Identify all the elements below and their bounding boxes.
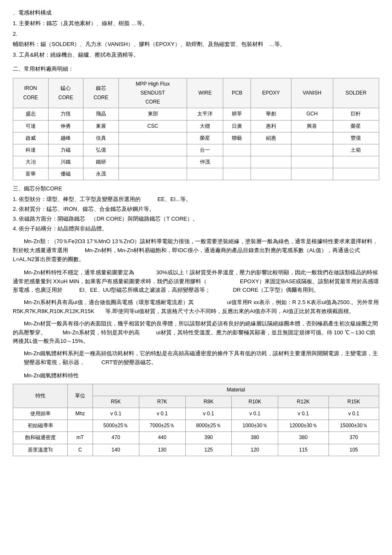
mn-zn-para5: Mn-Zn鐵氧體材料系列是一種高頻低功耗材料，它的特點是在高頻高磁通密度的條件下… bbox=[24, 349, 379, 367]
props-unit: C bbox=[68, 444, 93, 456]
intro-line1: 、電感材料構成 bbox=[13, 9, 379, 17]
props-label: 初始磁導率 bbox=[13, 420, 68, 432]
table-cell: 鐵研 bbox=[84, 156, 119, 168]
props-table-title: Mn-Zn鐵氧體材料特性 bbox=[24, 371, 379, 380]
col-header-epoxy: EPOXY bbox=[251, 78, 291, 108]
table-cell: 優磁 bbox=[48, 168, 84, 180]
col-header-iron-core: IRONCORE bbox=[13, 78, 49, 108]
col-header-wire: WIRE bbox=[187, 78, 223, 108]
table-cell bbox=[251, 168, 291, 180]
table-cell: 惠利 bbox=[251, 120, 291, 132]
props-row: 初始磁導率5000±25％7000±25％8000±25％1000±30％120… bbox=[13, 420, 379, 432]
table-cell: 力恆 bbox=[48, 108, 84, 120]
props-value: 5000±25％ bbox=[92, 420, 139, 432]
table-cell bbox=[251, 144, 291, 156]
props-value: 12000±30％ bbox=[278, 420, 329, 432]
mn-zn-para2: Mn-Zn材料特性不穩定，通常感量範圍要定為 30%或以上！該材質受外界溫度，壓… bbox=[13, 268, 379, 295]
props-value: 130 bbox=[139, 444, 185, 456]
props-value: v 0.1 bbox=[92, 408, 139, 420]
props-value: 140 bbox=[92, 444, 139, 456]
col-header-vanish: VANISH bbox=[291, 78, 333, 108]
table-cell: GCH bbox=[291, 108, 333, 120]
props-sub-header: R8K bbox=[185, 396, 232, 408]
table-cell: 川鐵 bbox=[48, 156, 84, 168]
table-cell bbox=[333, 168, 379, 180]
props-col-unit: 單位 bbox=[68, 384, 93, 408]
props-sub-header: R10K bbox=[232, 396, 278, 408]
props-value: 125 bbox=[185, 444, 232, 456]
table-cell: 聯藝 bbox=[223, 132, 251, 144]
col-header-pcb: PCB bbox=[223, 78, 251, 108]
table-cell: 力磁 bbox=[48, 144, 84, 156]
props-label: 飽和磁通密度 bbox=[13, 432, 68, 444]
table-cell bbox=[187, 168, 223, 180]
props-value: 115 bbox=[278, 444, 329, 456]
props-value: v 0.1 bbox=[329, 408, 379, 420]
props-value: v 0.1 bbox=[139, 408, 185, 420]
auxiliary-materials: 輔助材料：錫（SOLDER）、凡力水（VANISH）、膠料（EPOXY）、助焊劑… bbox=[13, 40, 379, 49]
props-value: 105 bbox=[329, 444, 379, 456]
mn-zn-para1: Mn-Zn類：（70％Fe2O3 17％MnO 13％ZnO）該材料導電能力很強… bbox=[13, 237, 379, 264]
props-value: 470 bbox=[92, 432, 139, 444]
props-value: v 0.1 bbox=[232, 408, 278, 420]
main-materials-table: IRONCORE 錳心CORE 鎳芯CORE MPP High FluxSEND… bbox=[13, 78, 379, 181]
props-value: 440 bbox=[139, 432, 185, 444]
table-cell: 越峰 bbox=[48, 132, 84, 144]
props-value: 120 bbox=[232, 444, 278, 456]
table-row: 大冶川鐵鐵研仲茂 bbox=[13, 156, 379, 168]
table-cell: 巨軒 bbox=[333, 108, 379, 120]
props-unit: mT bbox=[68, 432, 93, 444]
section3-item: 1. 依型狀分：環型、棒型、工字型及變壓器所選用的 EE、EI...等。 bbox=[13, 195, 379, 204]
table-row: 科達力磁弘億台一土箱 bbox=[13, 144, 379, 156]
table-cell bbox=[223, 156, 251, 168]
table-cell: 啟威 bbox=[13, 132, 49, 144]
props-value: v 0.1 bbox=[278, 408, 329, 420]
table-cell bbox=[223, 144, 251, 156]
props-value: 380 bbox=[232, 432, 278, 444]
mn-zn-para4: Mn-Zn材質一般具有很小的表面阻抗，幾乎相當於電的良導體，所以該類材質必須有良… bbox=[13, 319, 379, 346]
table-cell: 榮星 bbox=[333, 120, 379, 132]
table-cell: 紹惠 bbox=[251, 132, 291, 144]
table-cell: 太平洋 bbox=[187, 108, 223, 120]
table-cell bbox=[333, 156, 379, 168]
table-row: 富華優磁永茂 bbox=[13, 168, 379, 180]
col-header-mn-core: 錳心CORE bbox=[48, 78, 84, 108]
table-cell: 佳真 bbox=[84, 132, 119, 144]
table-cell bbox=[223, 168, 251, 180]
table-cell: 弘億 bbox=[84, 144, 119, 156]
table-cell bbox=[291, 168, 333, 180]
table-row: 可達伸勇東展CSC大穩日廣惠利興喜榮星 bbox=[13, 120, 379, 132]
table-cell: 伸勇 bbox=[48, 120, 84, 132]
table-cell: 耕莘 bbox=[223, 108, 251, 120]
table-cell: 華創 bbox=[251, 108, 291, 120]
table-cell bbox=[251, 156, 291, 168]
table-cell: 科達 bbox=[13, 144, 49, 156]
section3-item: 4. 依分子結構分：結晶體與非結晶體。 bbox=[13, 224, 379, 233]
props-value: v 0.1 bbox=[185, 408, 232, 420]
section3-title: 三、鐵芯分類CORE bbox=[13, 184, 379, 193]
mn-zn-para3: Mn-Zn系材料具有高ui值，適合做低圈高電感（環形電感耐電流差）其 ui值常用… bbox=[13, 298, 379, 316]
table-cell: 永茂 bbox=[84, 168, 119, 180]
table-cell: 日廣 bbox=[223, 120, 251, 132]
table-cell: 富華 bbox=[13, 168, 49, 180]
table-row: 啟威越峰佳真榮星聯藝紹惠豐億 bbox=[13, 132, 379, 144]
table-cell: 可達 bbox=[13, 120, 49, 132]
line2: 2. bbox=[13, 30, 379, 39]
section3-item: 3. 依磁路方面分：開磁路鐵芯 （DR CORE）與閉磁路鐵芯（T CORE）。 bbox=[13, 215, 379, 224]
table-cell bbox=[291, 144, 333, 156]
table-cell: 東部 bbox=[118, 108, 187, 120]
props-row: 飽和磁通密度mT470440390380380370 bbox=[13, 432, 379, 444]
table-cell bbox=[118, 168, 187, 180]
props-value: 15000±30％ bbox=[329, 420, 379, 432]
props-col-feature: 特性 bbox=[13, 384, 68, 408]
table-cell: 大穩 bbox=[187, 120, 223, 132]
tools: 3. 工具&耗材：繞線機台、錫爐、擦拭布及酒精等。 bbox=[13, 51, 379, 60]
props-sub-header: R15K bbox=[329, 396, 379, 408]
col-header-ni-core: 鎳芯CORE bbox=[84, 78, 119, 108]
props-col-material: Material bbox=[92, 384, 379, 396]
props-label: 居里溫度Tc bbox=[13, 444, 68, 456]
props-value: 390 bbox=[185, 432, 232, 444]
table-cell bbox=[118, 156, 187, 168]
table-cell: CSC bbox=[118, 120, 187, 132]
props-value: 7000±25％ bbox=[139, 420, 185, 432]
